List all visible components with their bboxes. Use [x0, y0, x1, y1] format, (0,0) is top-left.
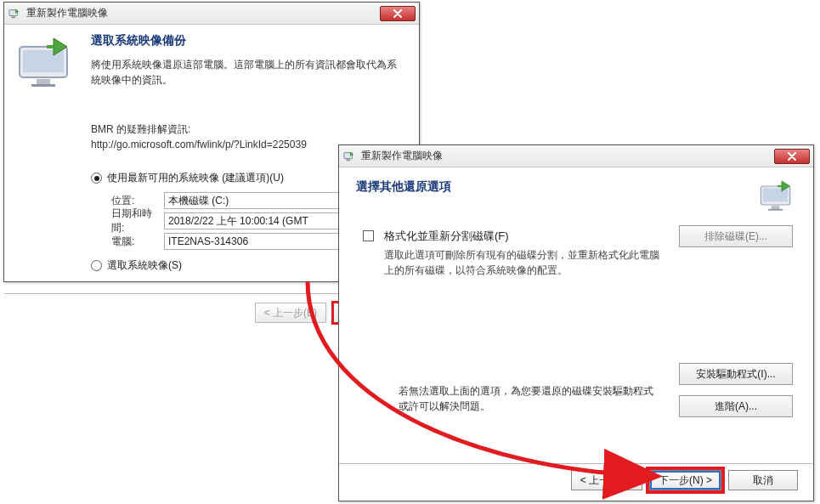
- app-icon: [342, 150, 356, 163]
- svg-rect-3: [23, 50, 64, 72]
- window-title: 重新製作電腦映像: [26, 6, 108, 20]
- svg-rect-1: [12, 16, 15, 18]
- back-button[interactable]: < 上一步(B): [571, 470, 642, 490]
- format-option-description: 選取此選項可刪除所有現有的磁碟分割，並重新格式化此電腦上的所有磁碟，以符合系統映…: [384, 247, 664, 278]
- radio-icon: [91, 173, 102, 184]
- next-button[interactable]: 下一步(N) >: [649, 470, 721, 490]
- driver-hint-text: 若無法選取上面的選項，為您要還原的磁碟安裝驅動程式或許可以解決問題。: [399, 383, 660, 414]
- svg-rect-6: [47, 45, 54, 48]
- svg-rect-10: [763, 188, 788, 201]
- titlebar[interactable]: 重新製作電腦映像: [339, 145, 813, 167]
- app-icon: [8, 7, 21, 20]
- wizard-icon: [759, 179, 796, 212]
- page-description: 將使用系統映像還原這部電腦。這部電腦上的所有資訊都會取代為系統映像中的資訊。: [91, 57, 405, 88]
- svg-rect-5: [31, 84, 55, 87]
- close-button[interactable]: [774, 149, 810, 164]
- page-heading: 選擇其他還原選項: [356, 179, 750, 195]
- install-driver-button[interactable]: 安裝驅動程式(I)...: [679, 363, 793, 385]
- close-button[interactable]: [380, 6, 416, 21]
- svg-rect-11: [772, 206, 780, 209]
- back-button: < 上一步(B): [255, 303, 326, 323]
- svg-rect-13: [778, 185, 782, 187]
- wizard-button-row: < 上一步(B) 下一步(N) > 取消: [571, 470, 798, 490]
- radio-select-image-label: 選取系統映像(S): [107, 258, 182, 273]
- radio-icon: [91, 260, 102, 271]
- svg-rect-12: [768, 209, 783, 211]
- datetime-label: 日期和時間:: [91, 207, 164, 235]
- location-label: 位置:: [91, 194, 164, 208]
- radio-use-latest-label: 使用最新可用的系統映像 (建議選項)(U): [107, 171, 284, 185]
- bmr-label: BMR 的疑難排解資訊:: [91, 122, 405, 137]
- computer-label: 電腦:: [91, 235, 164, 249]
- svg-rect-4: [37, 79, 50, 84]
- format-option-title: 格式化並重新分割磁碟(F): [384, 229, 664, 244]
- window-title: 重新製作電腦映像: [361, 149, 443, 163]
- cancel-button[interactable]: 取消: [728, 470, 798, 490]
- exclude-disks-button: 排除磁碟(E)...: [679, 225, 793, 247]
- svg-rect-8: [347, 159, 350, 161]
- page-heading: 選取系統映像備份: [91, 33, 405, 48]
- checkbox-icon[interactable]: [363, 230, 374, 241]
- wizard-icon: [16, 37, 77, 88]
- advanced-button[interactable]: 進階(A)...: [679, 395, 793, 417]
- dialog-other-restore-options: 重新製作電腦映像 選擇其他還原選項 格式化並重新分割磁碟(F) 選取此選: [338, 144, 814, 501]
- titlebar[interactable]: 重新製作電腦映像: [4, 3, 419, 25]
